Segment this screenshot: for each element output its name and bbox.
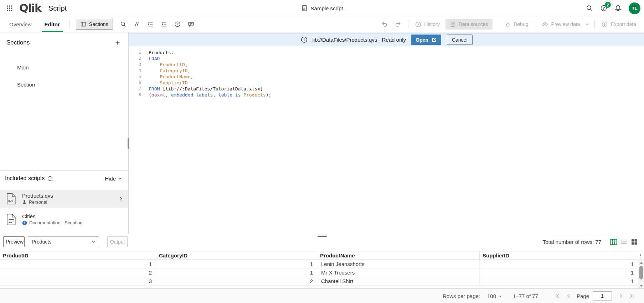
triangle-down-icon bbox=[640, 285, 643, 287]
table-row[interactable]: 21Mr X Trousers1 bbox=[0, 268, 644, 277]
list-view-button[interactable] bbox=[619, 237, 628, 246]
chevron-right-icon[interactable] bbox=[118, 196, 123, 201]
table-selector-dropdown[interactable]: Products bbox=[28, 236, 99, 247]
code-line[interactable]: 6 SupplierID bbox=[129, 80, 644, 86]
chevron-down-icon bbox=[118, 176, 122, 181]
comment-toggle-button[interactable]: // bbox=[131, 18, 143, 30]
table-cell: Mr X Trousers bbox=[317, 268, 480, 277]
chevron-down-icon bbox=[585, 22, 589, 26]
output-button[interactable]: Output bbox=[107, 236, 128, 247]
debug-button[interactable]: Debug bbox=[501, 18, 532, 30]
code-line[interactable]: 8(ooxml, embedded labels, table is Produ… bbox=[129, 92, 644, 98]
person-icon bbox=[22, 200, 27, 204]
tab-overview[interactable]: Overview bbox=[3, 16, 38, 32]
open-button[interactable]: Open bbox=[411, 35, 441, 45]
preview-table: ProductIDCategoryIDProductNameSupplierID… bbox=[0, 251, 644, 288]
search-icon bbox=[586, 5, 593, 12]
splitter-handle-icon[interactable] bbox=[318, 235, 327, 237]
preview-data-button[interactable]: Preview data bbox=[539, 18, 583, 30]
script-space-label: Personal bbox=[29, 199, 47, 205]
section-item-main[interactable]: Main bbox=[0, 59, 128, 76]
scroll-down-button[interactable] bbox=[638, 283, 644, 288]
code-area: 1Products:2LOAD3 ProductID,4 CategoryID,… bbox=[129, 46, 644, 98]
history-label: History bbox=[424, 21, 440, 27]
syntax-help-button[interactable]: ? bbox=[171, 18, 184, 30]
code-text: SupplierID bbox=[149, 80, 188, 86]
first-page-button[interactable] bbox=[552, 291, 563, 301]
data-sources-button[interactable]: Data sources bbox=[445, 19, 493, 30]
next-page-button[interactable] bbox=[615, 291, 626, 301]
hide-included-scripts-button[interactable]: Hide bbox=[103, 175, 124, 182]
export-data-label: Export data bbox=[610, 21, 636, 27]
add-section-button[interactable] bbox=[113, 38, 123, 48]
tab-editor[interactable]: Editor bbox=[38, 16, 66, 32]
table-scrollbar[interactable] bbox=[638, 260, 644, 288]
grid-view-button[interactable] bbox=[629, 237, 639, 246]
script-item-text: Products.qvs Personal bbox=[22, 193, 118, 205]
chevron-down-icon bbox=[91, 240, 96, 244]
panel-splitter[interactable] bbox=[0, 234, 644, 236]
undo-button[interactable] bbox=[378, 18, 391, 30]
grid-view-icon bbox=[631, 239, 638, 245]
last-page-button[interactable] bbox=[626, 291, 637, 301]
included-script-cities[interactable]: Cities Documentation - Scripting bbox=[0, 210, 128, 228]
divider bbox=[498, 20, 498, 28]
table-row[interactable]: 32Chantell Shirt1 bbox=[0, 277, 644, 286]
script-name: Cities bbox=[22, 213, 123, 220]
history-button[interactable]: History bbox=[412, 18, 443, 30]
data-sources-label: Data sources bbox=[459, 21, 488, 27]
sidebar-resize-handle[interactable] bbox=[128, 138, 129, 149]
preview-data-dropdown-button[interactable] bbox=[583, 18, 591, 30]
svg-text:?: ? bbox=[176, 22, 178, 26]
table-view-icon bbox=[610, 239, 617, 245]
column-header-supplierid[interactable]: SupplierID bbox=[480, 251, 638, 260]
export-data-button[interactable]: Export data bbox=[598, 18, 640, 30]
outdent-button[interactable] bbox=[158, 18, 170, 30]
global-search-button[interactable] bbox=[583, 2, 596, 15]
remark-button[interactable] bbox=[185, 18, 197, 30]
help-badge: 2 bbox=[605, 2, 611, 8]
preview-button[interactable]: Preview bbox=[3, 236, 25, 247]
section-item-section[interactable]: Section bbox=[0, 76, 128, 93]
table-view-button[interactable] bbox=[609, 237, 618, 246]
page-number-input[interactable] bbox=[593, 291, 612, 301]
indent-button[interactable] bbox=[144, 18, 156, 30]
code-line[interactable]: 4 CategoryID, bbox=[129, 68, 644, 74]
code-line[interactable]: 1Products: bbox=[129, 49, 644, 56]
table-cell: 3 bbox=[0, 277, 156, 285]
scroll-up-button[interactable] bbox=[638, 260, 644, 265]
row-range-label: 1–77 of 77 bbox=[513, 293, 538, 299]
open-file-icon bbox=[432, 37, 437, 42]
find-button[interactable] bbox=[117, 18, 129, 30]
rows-per-page-select[interactable]: 100 bbox=[485, 293, 504, 299]
sections-toggle-button[interactable]: Sections bbox=[76, 19, 113, 30]
line-number: 3 bbox=[129, 62, 145, 68]
cancel-button[interactable]: Cancel bbox=[447, 35, 473, 45]
help-button[interactable]: ? 2 bbox=[597, 2, 610, 15]
included-script-products[interactable]: qvs Products.qvs Personal bbox=[0, 190, 128, 208]
avatar[interactable]: TL bbox=[629, 2, 640, 14]
code-line[interactable]: 2LOAD bbox=[129, 56, 644, 62]
column-header-categoryid[interactable]: CategoryID bbox=[156, 251, 317, 260]
code-line[interactable]: 3 ProductID, bbox=[129, 62, 644, 68]
space-globe-icon bbox=[22, 220, 27, 225]
script-editor[interactable]: 1Products:2LOAD3 ProductID,4 CategoryID,… bbox=[129, 46, 644, 234]
code-line[interactable]: 5 ProductName, bbox=[129, 74, 644, 80]
table-cell: Chantell Shirt bbox=[317, 277, 480, 285]
document-title-button[interactable]: Sample script bbox=[301, 0, 343, 16]
scrollbar-thumb[interactable] bbox=[639, 266, 643, 280]
notifications-button[interactable] bbox=[612, 2, 624, 15]
info-circle-icon[interactable] bbox=[47, 176, 53, 181]
rows-per-page-value: 100 bbox=[487, 293, 496, 299]
app-launcher-button[interactable] bbox=[3, 1, 16, 15]
previous-page-button[interactable] bbox=[563, 291, 574, 301]
table-row[interactable]: 11Lenin Jeansshorts1 bbox=[0, 260, 644, 268]
column-menu-button[interactable] bbox=[638, 251, 644, 260]
column-header-productid[interactable]: ProductID bbox=[0, 251, 156, 260]
column-header-productname[interactable]: ProductName bbox=[317, 251, 480, 260]
toolbar-right: History Data sources Debug Preview data bbox=[378, 18, 644, 30]
last-page-icon bbox=[629, 293, 634, 299]
question-circle-icon: ? bbox=[174, 21, 181, 27]
redo-button[interactable] bbox=[392, 18, 404, 30]
code-line[interactable]: 7FROM [lib://:DataFiles/TutorialData.xls… bbox=[129, 86, 644, 92]
